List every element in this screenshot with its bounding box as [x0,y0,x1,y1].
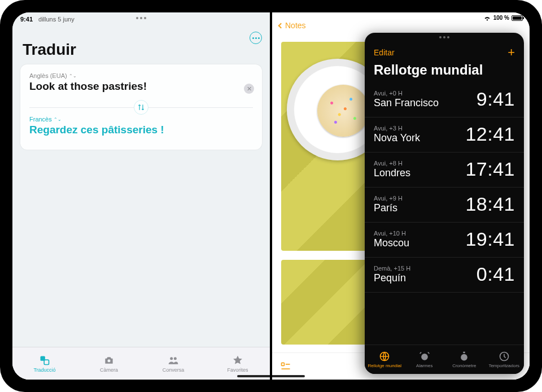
star-icon [232,355,243,366]
multitask-dots-icon[interactable] [136,17,146,19]
clock-slideover[interactable]: Editar + Rellotge mundial Avui, +0 H San… [365,33,524,374]
chevron-updown-icon: ⌃⌄ [69,74,77,78]
svg-rect-5 [282,363,285,365]
clock-offset: Avui, +10 H [374,230,409,237]
clock-offset: Avui, +0 H [374,90,439,97]
tab-translation[interactable]: Traducció [12,347,77,380]
clock-offset: Avui, +3 H [374,125,420,132]
clock-time: 9:41 [477,88,515,110]
world-clock-list[interactable]: Avui, +0 H San Francisco 9:41 Avui, +3 H… [365,82,524,345]
tab-timers[interactable]: Temporitzadors [484,345,524,374]
page-title: Traduir [12,24,270,64]
tab-stopwatch[interactable]: Cronòmetre [444,345,484,374]
translate-icon [39,355,50,366]
screen: 9:41 dilluns 5 juny Traduir Anglès (EUA)… [12,12,530,380]
clock-offset: Demà, +15 H [374,265,410,272]
home-indicator[interactable] [237,375,305,377]
clock-city: Pequín [374,272,410,284]
timer-icon [499,351,510,362]
chevron-left-icon [278,23,284,28]
translate-tabbar: Traducció Càmera Conversa Favorites [12,347,270,380]
clock-city: San Francisco [374,97,439,109]
slideover-handle-icon[interactable] [439,36,449,38]
clear-text-button[interactable]: ✕ [244,84,254,94]
alarm-icon [419,351,430,362]
swap-languages-button[interactable] [134,100,148,115]
battery-icon [512,15,523,21]
more-options-button[interactable] [250,32,262,44]
notes-app: 100 % Notes [272,12,530,380]
note-image-2[interactable] [281,260,371,345]
camera-icon [103,355,115,366]
plate-illustration [287,59,371,160]
svg-rect-1 [44,360,49,364]
clock-time: 12:41 [465,123,515,145]
chevron-updown-icon: ⌃⌄ [54,117,62,121]
clock-row[interactable]: Avui, +0 H San Francisco 9:41 [365,82,524,117]
stopwatch-icon [458,351,470,362]
wifi-icon [483,15,491,21]
tab-label: Càmera [100,367,118,373]
tab-alarms[interactable]: Alarmes [405,345,445,374]
clock-city: Londres [374,167,410,179]
target-language-picker[interactable]: Francès ⌃⌄ [29,116,253,123]
clock-city: Moscou [374,237,409,249]
tab-label: Traducció [33,367,55,373]
translate-app: 9:41 dilluns 5 juny Traduir Anglès (EUA)… [12,12,270,380]
status-time: 9:41 [20,16,33,23]
globe-icon [379,351,390,362]
add-clock-button[interactable]: + [508,46,515,59]
tab-world-clock[interactable]: Rellotge mundial [365,345,405,374]
tab-label: Rellotge mundial [368,363,401,368]
clock-row[interactable]: Demà, +15 H Pequín 0:41 [365,258,524,293]
tab-label: Conversa [163,367,185,373]
source-language-picker[interactable]: Anglès (EUA) ⌃⌄ [29,72,253,79]
target-language-label: Francès [29,116,52,123]
clock-offset: Avui, +8 H [374,160,410,167]
translation-card: Anglès (EUA) ⌃⌄ Look at those pastries! … [20,64,262,150]
notes-back-label: Notes [285,21,306,30]
clock-title: Rellotge mundial [365,60,524,82]
tab-label: Temporitzadors [488,363,519,368]
tab-label: Favorites [227,367,248,373]
checklist-icon[interactable] [280,361,291,372]
clock-time: 19:41 [465,228,515,250]
clock-offset: Avui, +9 H [374,195,403,202]
card-divider [29,107,253,108]
edit-button[interactable]: Editar [374,48,395,57]
source-language-label: Anglès (EUA) [29,72,67,79]
tab-label: Cronòmetre [452,363,476,368]
ipad-frame: 9:41 dilluns 5 juny Traduir Anglès (EUA)… [0,0,542,392]
cookie-illustration [317,85,369,137]
svg-point-7 [421,354,428,360]
clock-city: París [374,202,403,214]
clock-time: 17:41 [465,158,515,180]
people-icon [168,355,179,366]
battery-percent: 100 % [493,15,509,21]
note-image-1[interactable] [281,42,371,251]
svg-point-2 [108,359,111,362]
clock-row[interactable]: Avui, +9 H París 18:41 [365,188,524,223]
status-date: dilluns 5 juny [38,16,75,23]
swap-icon [137,103,145,111]
svg-point-3 [170,357,173,360]
tab-camera[interactable]: Càmera [77,347,141,380]
translated-text: Regardez ces pâtisseries ! [29,124,253,136]
svg-point-8 [461,354,467,361]
status-bar-right: 100 % [483,15,523,21]
clock-time: 18:41 [465,193,515,215]
clock-row[interactable]: Avui, +3 H Nova York 12:41 [365,117,524,153]
clock-city: Nova York [374,132,420,144]
tab-label: Alarmes [416,363,432,368]
clock-tabbar: Rellotge mundial Alarmes Cronòmetre Temp… [365,345,524,374]
source-text[interactable]: Look at those pastries! [29,80,253,93]
clock-row[interactable]: Avui, +10 H Moscou 19:41 [365,223,524,258]
svg-rect-9 [464,352,465,354]
svg-point-4 [174,357,177,360]
tab-conversation[interactable]: Conversa [141,347,206,380]
clock-row[interactable]: Avui, +8 H Londres 17:41 [365,153,524,188]
clock-time: 0:41 [477,263,515,285]
